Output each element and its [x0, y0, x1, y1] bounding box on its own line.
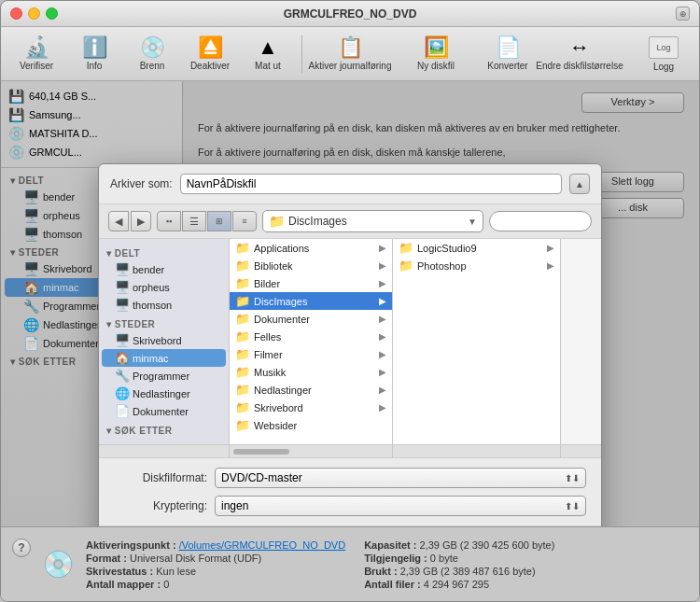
kapasitet-value: 2,39 GB (2 390 425 600 byte) [419, 539, 554, 551]
view-coverflow-btn[interactable]: ≡ [232, 211, 257, 231]
dlg-dokumenter[interactable]: 📄 Dokumenter [102, 402, 226, 420]
collapse-button[interactable]: ▲ [569, 174, 590, 194]
file-label-logicstudio: LogicStudio9 [417, 243, 477, 254]
sidebar-scrollbar [99, 445, 230, 457]
mat-ut-button[interactable]: ▲ Mat ut [240, 31, 296, 77]
brukt-item: Brukt : 2,39 GB (2 389 487 616 byte) [364, 566, 554, 577]
arrow-icon: ▶ [379, 278, 386, 288]
dialog-overlay: Arkiver som: ▲ ◀ ▶ ▪▪ ☰ ⊞ ≡ [1, 81, 699, 526]
window-zoom-button[interactable]: ⊕ [676, 7, 690, 21]
dlg-skrivebord-icon: 🖥️ [115, 333, 129, 347]
file-browser: ▾ DELT 🖥️ bender 🖥️ orpheus 🖥️ thomson [99, 239, 601, 444]
dlg-orpheus[interactable]: 🖥️ orpheus [102, 278, 226, 296]
file-item-websider[interactable]: 📁 Websider [230, 416, 392, 434]
view-column-btn[interactable]: ⊞ [207, 211, 231, 231]
kryptering-select[interactable]: ingen ⬆⬇ [215, 496, 586, 516]
col1-scrollbar[interactable] [230, 445, 393, 457]
file-item-bibliotek[interactable]: 📁 Bibliotek ▶ [230, 257, 392, 274]
dlg-bender[interactable]: 🖥️ bender [102, 260, 226, 278]
title-bar: GRMCULFREO_NO_DVD ⊕ [1, 1, 699, 27]
folder-icon: 📁 [235, 418, 250, 432]
dlg-thomson-icon: 🖥️ [115, 298, 129, 312]
file-item-bilder[interactable]: 📁 Bilder ▶ [230, 274, 392, 292]
file-label-dokumenter: Dokumenter [254, 314, 310, 325]
kryptering-label: Kryptering: [114, 499, 207, 512]
antall-filer-item: Antall filer : 4 294 967 295 [364, 579, 554, 590]
konverter-button[interactable]: 📄 Konverter [480, 31, 536, 77]
endre-button[interactable]: ↔️ Endre diskfilstørrelse [538, 31, 622, 77]
arrow-icon: ▶ [379, 260, 386, 271]
diskfilformat-select[interactable]: DVD/CD-master ⬆⬇ [215, 468, 586, 488]
brenn-icon: 💿 [140, 37, 165, 58]
mat-ut-icon: ▲ [258, 37, 278, 58]
dlg-skrivebord-label: Skrivebord [133, 335, 182, 346]
info-label: Info [87, 61, 103, 71]
dlg-nedlastinger[interactable]: 🌐 Nedlastinger [102, 385, 226, 402]
dlg-orpheus-label: orpheus [133, 282, 170, 293]
deaktiver-button[interactable]: ⏏️ Deaktiver [182, 31, 238, 77]
filename-input[interactable] [180, 174, 562, 194]
location-bar[interactable]: 📁 DiscImages ▼ [262, 210, 483, 232]
search-input[interactable] [489, 211, 592, 231]
dlg-thomson[interactable]: 🖥️ thomson [102, 296, 226, 314]
file-item-logicstudio[interactable]: 📁 LogicStudio9 ▶ [393, 239, 560, 257]
view-icon-btn[interactable]: ▪▪ [157, 211, 181, 231]
content-area: 💾 640,14 GB S... 💾 Samsung... 💿 MATSHITA… [1, 81, 699, 526]
ny-diskfil-button[interactable]: 🖼️ Ny diskfil [394, 31, 478, 77]
file-item-skrivebord[interactable]: 📁 Skrivebord ▶ [230, 399, 392, 416]
minimize-button[interactable] [28, 7, 40, 20]
nav-forward-button[interactable]: ▶ [131, 211, 151, 231]
folder-icon-selected: 📁 [235, 294, 250, 308]
skrivestatus-item: Skrivestatus : Kun lese [86, 566, 345, 577]
info-button[interactable]: ℹ️ Info [66, 31, 122, 77]
logg-icon: Log [649, 36, 679, 59]
file-item-felles[interactable]: 📁 Felles ▶ [230, 328, 392, 345]
toolbar: 🔬 Verifiser ℹ️ Info 💿 Brenn ⏏️ Deaktiver… [1, 27, 699, 81]
aktiveringspunkt-value[interactable]: /Volumes/GRMCULFREO_NO_DVD [179, 539, 346, 551]
file-label-discimages: DiscImages [254, 296, 307, 307]
dlg-skrivebord[interactable]: 🖥️ Skrivebord [102, 331, 226, 349]
file-label-nedlastinger: Nedlastinger [254, 385, 312, 396]
arrow-icon: ▶ [379, 349, 386, 359]
file-item-photoshop[interactable]: 📁 Photoshop ▶ [393, 257, 560, 274]
antall-filer-value: 4 294 967 295 [424, 579, 489, 590]
file-item-applications[interactable]: 📁 Applications ▶ [230, 239, 392, 257]
search-wrapper: 🔍 [489, 211, 592, 231]
file-item-discimages[interactable]: 📁 DiscImages ▶ [230, 292, 392, 310]
view-list-btn[interactable]: ☰ [182, 211, 206, 231]
mat-ut-label: Mat ut [255, 61, 281, 71]
aktiver-button[interactable]: 📋 Aktiver journalføring [308, 31, 392, 77]
logg-button[interactable]: Log Logg [636, 31, 692, 77]
format-item: Format : Universal Disk Format (UDF) [86, 553, 345, 564]
file-item-dokumenter[interactable]: 📁 Dokumenter ▶ [230, 310, 392, 328]
file-item-filmer[interactable]: 📁 Filmer ▶ [230, 345, 392, 363]
folder-icon: 📁 [399, 259, 413, 273]
verifiser-button[interactable]: 🔬 Verifiser [8, 31, 64, 77]
file-item-nedlastinger[interactable]: 📁 Nedlastinger ▶ [230, 381, 392, 399]
dlg-programmer[interactable]: 🔧 Programmer [102, 367, 226, 385]
kryptering-dropdown-icon: ⬆⬇ [565, 501, 580, 511]
nav-back-button[interactable]: ◀ [108, 211, 129, 231]
verifiser-icon: 🔬 [24, 37, 49, 58]
file-col-2: 📁 LogicStudio9 ▶ 📁 Photoshop ▶ [393, 239, 561, 444]
arrow-icon: ▶ [547, 260, 554, 271]
save-dialog: Arkiver som: ▲ ◀ ▶ ▪▪ ☰ ⊞ ≡ [98, 163, 602, 526]
status-col-left: Aktiveringspunkt : /Volumes/GRMCULFREO_N… [86, 539, 345, 590]
folder-icon: 📁 [235, 241, 250, 255]
dlg-thomson-label: thomson [133, 300, 172, 311]
main-window: GRMCULFREO_NO_DVD ⊕ 🔬 Verifiser ℹ️ Info … [0, 0, 700, 602]
location-dropdown-icon: ▼ [468, 217, 477, 227]
file-label-felles: Felles [254, 331, 281, 343]
kapasitet-label: Kapasitet : [364, 539, 416, 551]
dlg-programmer-label: Programmer [133, 371, 189, 382]
dlg-minmac[interactable]: 🏠 minmac [102, 349, 226, 367]
arrow-icon: ▶ [379, 243, 386, 253]
traffic-lights [10, 7, 58, 20]
file-columns: 📁 Applications ▶ 📁 Bibliotek ▶ 📁 [230, 239, 601, 444]
file-item-musikk[interactable]: 📁 Musikk ▶ [230, 363, 392, 381]
brenn-button[interactable]: 💿 Brenn [124, 31, 180, 77]
status-bar: ? 💿 Aktiveringspunkt : /Volumes/GRMCULFR… [1, 526, 699, 601]
help-button[interactable]: ? [12, 539, 31, 557]
close-button[interactable] [10, 7, 22, 20]
maximize-button[interactable] [46, 7, 58, 20]
